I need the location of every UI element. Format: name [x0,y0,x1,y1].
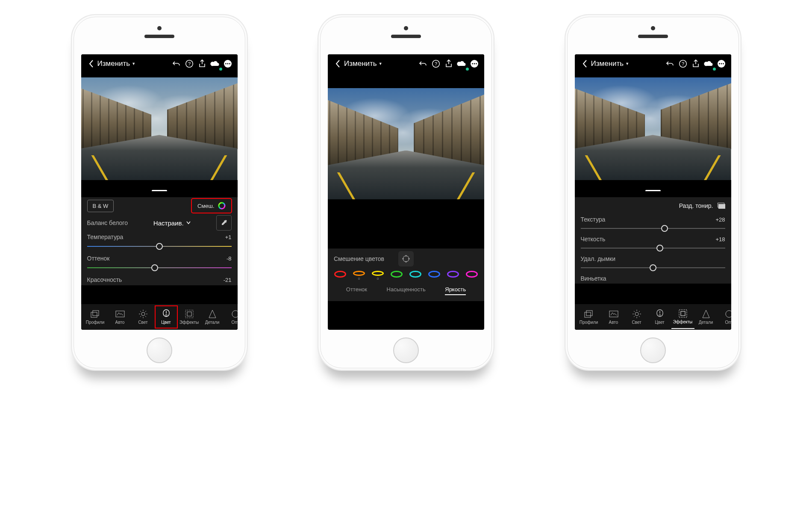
texture-slider[interactable] [581,225,725,232]
back-icon[interactable] [331,57,344,70]
profiles-icon [91,309,100,319]
texture-label: Текстура [581,216,606,223]
back-icon[interactable] [578,57,591,70]
color-icon [655,309,665,319]
targeted-adjust-button[interactable] [398,251,414,266]
color-mix-button-highlight: Смеш. [191,198,232,213]
tool-auto[interactable]: Авто [602,305,625,329]
color-swatch[interactable]: 0 [373,271,382,280]
home-button[interactable] [640,337,666,363]
svg-point-27 [723,63,724,65]
color-swatch[interactable] [392,271,401,280]
undo-icon[interactable] [664,57,677,70]
share-icon[interactable] [689,57,702,70]
optics-icon [231,309,238,319]
color-swatch[interactable] [467,271,477,280]
tool-profiles[interactable]: Профили [84,305,107,329]
white-balance-label: Баланс белого [87,219,128,226]
svg-rect-13 [187,312,191,316]
undo-icon[interactable] [170,57,183,70]
color-swatch[interactable] [411,271,420,280]
tool-color[interactable]: Цвет [648,305,671,329]
subtab-luminance[interactable]: Яркость [445,286,466,295]
tool-light[interactable]: Свет [625,305,648,329]
effects-panel: Разд. тонир. Текстура+28 Четкость+18 Уда… [575,197,731,284]
phone-camera-dot [157,26,162,30]
cloud-sync-icon[interactable] [209,57,221,70]
svg-point-26 [721,63,722,65]
svg-point-32 [659,314,661,316]
tool-auto[interactable]: Авто [109,305,132,329]
bw-button[interactable]: B & W [87,200,114,212]
vibrance-value: -21 [224,277,232,283]
temperature-value: +1 [225,234,232,240]
clarity-slider[interactable] [581,244,725,252]
back-icon[interactable] [85,57,97,70]
color-mix-button[interactable]: Смеш. [192,199,231,212]
tool-profiles[interactable]: Профили [577,305,600,329]
help-icon[interactable]: ? [430,57,442,70]
home-button[interactable] [393,337,419,363]
svg-rect-9 [116,311,124,317]
more-icon[interactable] [468,57,481,70]
subtab-hue[interactable]: Оттенок [346,286,367,295]
effects-icon [678,309,688,318]
cloud-sync-icon[interactable] [702,57,715,70]
photo-canvas[interactable] [575,73,731,184]
topbar-title[interactable]: Изменить▼ [591,59,630,68]
split-toning-button[interactable]: Разд. тонир. [679,202,725,209]
svg-point-11 [165,314,167,316]
photo-canvas[interactable] [81,73,238,184]
color-wheel-icon [218,202,226,210]
color-swatch[interactable]: 0 [354,271,364,280]
clarity-value: +18 [715,236,725,243]
color-swatch[interactable] [448,271,458,280]
tool-optics[interactable]: Опт [224,305,238,329]
temperature-slider[interactable] [87,243,232,250]
photo-canvas[interactable] [328,73,484,214]
undo-icon[interactable] [417,57,430,70]
home-button[interactable] [147,337,172,363]
color-swatch[interactable] [335,271,345,280]
color-swatch[interactable] [430,271,439,280]
svg-text:?: ? [435,61,437,66]
svg-point-6 [219,203,225,209]
detail-icon [701,309,711,319]
texture-value: +28 [715,216,725,223]
tool-effects[interactable]: Эффекты [178,305,201,329]
more-icon[interactable] [221,57,234,70]
tool-optics[interactable]: Опт [718,305,731,329]
topbar-title[interactable]: Изменить▼ [97,59,136,68]
dehaze-slider[interactable] [581,264,725,272]
more-icon[interactable] [715,57,728,70]
profiles-icon [584,309,594,319]
vignette-label: Виньетка [581,275,606,282]
share-icon[interactable] [196,57,209,70]
subtab-saturation[interactable]: Насыщенность [387,286,426,295]
panel-drag-handle[interactable] [645,190,661,192]
tool-light[interactable]: Свет [132,305,155,329]
auto-icon [115,309,125,319]
eyedropper-button[interactable] [216,215,232,231]
phone-camera-dot [651,26,655,30]
color-icon [162,309,171,319]
tint-slider[interactable] [87,264,232,272]
chevron-down-icon: ▼ [379,62,382,66]
tool-detail[interactable]: Детали [694,305,718,329]
help-icon[interactable]: ? [183,57,196,70]
white-balance-select[interactable]: Настраив. [153,219,191,227]
panel-drag-handle[interactable] [152,190,167,192]
chevron-down-icon: ▼ [132,62,135,66]
cloud-sync-icon[interactable] [455,57,468,70]
app-screen-colormix: Изменить▼ ? Смешение цветов 00 О [328,54,484,330]
share-icon[interactable] [442,57,455,70]
app-screen-effects: Изменить▼ ? Разд. тонир. Те [575,54,731,330]
svg-point-20 [476,63,477,65]
tool-color[interactable]: Цвет [155,305,178,329]
color-mix-title: Смешение цветов [334,255,392,262]
svg-rect-29 [586,311,592,316]
topbar-title[interactable]: Изменить▼ [344,59,382,68]
help-icon[interactable]: ? [677,57,689,70]
tool-detail[interactable]: Детали [201,305,224,329]
tool-effects[interactable]: Эффекты [671,305,694,329]
